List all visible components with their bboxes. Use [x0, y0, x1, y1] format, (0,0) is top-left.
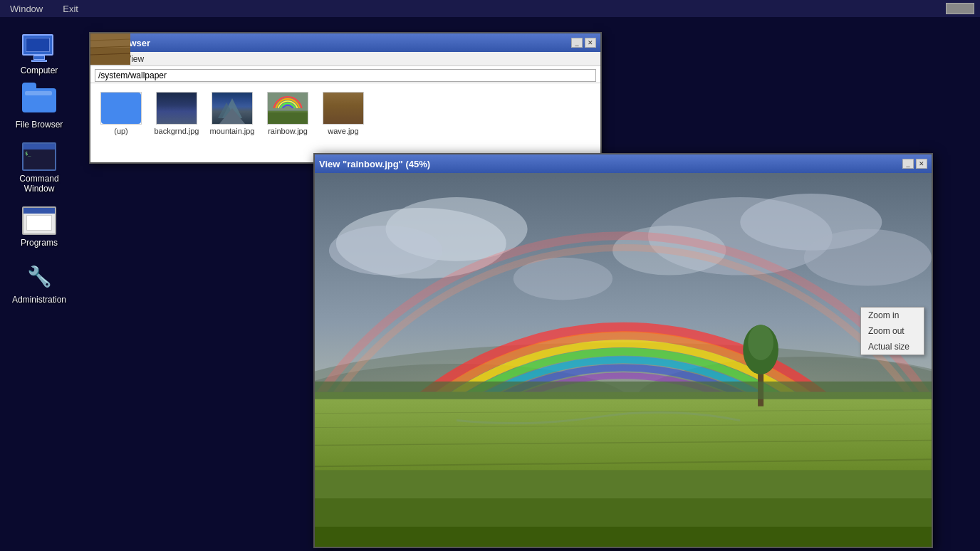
admin-icon: 🔧	[22, 261, 56, 292]
image-viewer-minimize[interactable]: _	[902, 159, 914, 169]
taskbar-indicator	[946, 3, 974, 14]
image-viewer-controls: _ ✕	[902, 159, 927, 169]
svg-rect-6	[268, 93, 308, 111]
file-browser-controls: _ ✕	[571, 38, 596, 48]
svg-rect-40	[315, 527, 932, 547]
menu-exit[interactable]: Exit	[58, 2, 83, 16]
programs-label: Programs	[21, 238, 58, 248]
folder-icon	[22, 88, 56, 117]
terminal-icon: $_	[22, 142, 56, 171]
file-up-label: (up)	[114, 127, 128, 135]
sidebar-item-computer[interactable]: Computer	[7, 31, 71, 78]
wave-thumb	[323, 92, 364, 125]
image-viewer-window: View "rainbow.jpg" (45%) _ ✕	[313, 153, 933, 548]
svg-point-43	[748, 325, 773, 360]
filebrowser-label: File Browser	[16, 120, 63, 130]
file-browser-pathbar	[90, 66, 600, 83]
file-icon-up[interactable]: (up)	[96, 89, 146, 138]
file-mountain-label: mountain.jpg	[210, 127, 255, 135]
programs-icon	[22, 206, 56, 235]
viewer-content[interactable]: Zoom in Zoom out Actual size	[315, 173, 932, 547]
context-menu: Zoom in Zoom out Actual size	[860, 307, 924, 355]
file-browser-menubar: File View	[90, 52, 600, 66]
file-browser-window: File Browser _ ✕ File View (up) backgrnd…	[89, 32, 602, 164]
sidebar-item-filebrowser[interactable]: File Browser	[7, 85, 71, 132]
rainbow-image	[315, 173, 932, 547]
menu-window[interactable]: Window	[6, 2, 47, 16]
path-input[interactable]	[95, 69, 596, 82]
svg-point-21	[329, 226, 442, 276]
file-browser-minimize[interactable]: _	[571, 38, 583, 48]
file-icon-mountain[interactable]: mountain.jpg	[207, 89, 257, 138]
svg-marker-0	[222, 98, 242, 118]
rainbow-thumb	[267, 92, 308, 125]
file-icon-backgrnd[interactable]: backgrnd.jpg	[152, 89, 202, 138]
administration-label: Administration	[12, 295, 66, 305]
file-backgrnd-label: backgrnd.jpg	[155, 127, 199, 135]
file-browser-close[interactable]: ✕	[585, 38, 596, 48]
file-icon-rainbow[interactable]: rainbow.jpg	[263, 89, 313, 138]
image-viewer-titlebar[interactable]: View "rainbow.jpg" (45%) _ ✕	[315, 154, 932, 173]
ctx-zoom-out[interactable]: Zoom out	[861, 323, 924, 339]
file-browser-content: (up) backgrnd.jpg mountain.jpg	[90, 83, 600, 148]
svg-rect-44	[315, 382, 932, 399]
svg-point-25	[804, 229, 932, 286]
file-rainbow-label: rainbow.jpg	[268, 127, 308, 135]
file-icon-wave[interactable]: wave.jpg	[318, 89, 368, 138]
sidebar-item-programs[interactable]: Programs	[7, 204, 71, 251]
svg-rect-5	[268, 112, 308, 124]
mountain-thumb	[212, 92, 253, 125]
ctx-zoom-in[interactable]: Zoom in	[861, 308, 924, 323]
computer-icon	[22, 34, 56, 63]
image-viewer-close[interactable]: ✕	[916, 159, 927, 169]
sidebar-item-administration[interactable]: 🔧 Administration	[7, 258, 71, 308]
computer-label: Computer	[21, 65, 58, 75]
ctx-actual-size[interactable]: Actual size	[861, 339, 924, 355]
backgrnd-thumb	[156, 92, 197, 125]
commandwindow-label: CommandWindow	[19, 174, 58, 194]
sidebar: Computer File Browser $_ CommandWindow P…	[0, 17, 78, 551]
folder-up-thumb	[101, 93, 141, 124]
image-viewer-title: View "rainbow.jpg" (45%)	[319, 159, 430, 169]
sidebar-item-commandwindow[interactable]: $_ CommandWindow	[7, 140, 71, 196]
file-wave-label: wave.jpg	[328, 127, 358, 135]
menubar: Window Exit	[0, 0, 980, 17]
file-browser-titlebar[interactable]: File Browser _ ✕	[90, 33, 600, 52]
